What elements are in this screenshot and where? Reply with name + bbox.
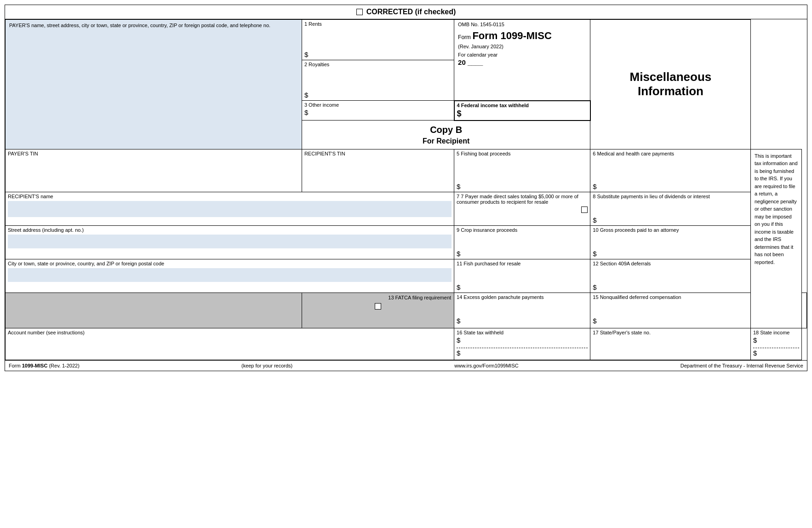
box4-cell: 4 Federal income tax withheld $ (454, 101, 590, 121)
important-text: This is important tax information and is… (755, 152, 798, 266)
box12-label: 12 Section 409A deferrals (593, 261, 748, 266)
recipient-name-cell: RECIPIENT'S name (6, 192, 454, 225)
recipient-name-label: RECIPIENT'S name (8, 194, 452, 199)
box1-cell: 1 Rents $ (302, 20, 454, 60)
payer-tin-label: PAYER'S TIN (8, 151, 299, 156)
box2-dollar: $ (304, 90, 452, 99)
box13-checkbox[interactable] (375, 303, 381, 310)
box5-label: 5 Fishing boat proceeds (457, 151, 588, 156)
important-text-cell: This is important tax information and is… (750, 149, 801, 328)
box10-cell: 10 Gross proceeds paid to an attorney $ (590, 225, 751, 259)
rev-date: (Rev. January 2022) (458, 44, 586, 49)
for-recipient: For Recipient (306, 137, 586, 145)
footer-left: Form 1099-MISC (Rev. 1-2022) (9, 363, 80, 368)
box6-label: 6 Medical and health care payments (593, 151, 748, 156)
payer-tin-cell: PAYER'S TIN (6, 149, 302, 192)
box15-label: 15 Nonqualified deferred compensation (593, 294, 748, 300)
box3-dollar: $ (304, 108, 452, 116)
copy-cell: Copy B For Recipient (302, 121, 590, 149)
recipient-tin-cell: RECIPIENT'S TIN (302, 149, 454, 192)
form-number: Form 1099-MISC (472, 30, 551, 41)
box9-cell: 9 Crop insurance proceeds $ (454, 225, 590, 259)
box13-cell: 13 FATCA filing requirement (302, 293, 454, 328)
box3-cell: 3 Other income $ (302, 101, 454, 121)
box7-checkbox[interactable] (581, 207, 588, 213)
box1-dollar: $ (304, 50, 452, 58)
copy-label: Copy B (306, 125, 586, 135)
box12-cell: 12 Section 409A deferrals $ (590, 259, 751, 293)
misc-title-cell: Miscellaneous Information (590, 20, 751, 149)
box4-dollar: $ (457, 108, 588, 119)
box16-dollar1: $ (457, 335, 588, 344)
recipient-tin-label: RECIPIENT'S TIN (304, 151, 452, 156)
important-text-continue (802, 293, 807, 328)
shaded-left-cell (6, 293, 302, 328)
city-label: City or town, state or province, country… (8, 261, 452, 266)
box18-dollar1: $ (753, 335, 799, 344)
corrected-header: CORRECTED (if checked) (5, 5, 807, 19)
payer-name-cell: PAYER'S name, street address, city or to… (6, 20, 302, 149)
box9-dollar: $ (457, 249, 588, 258)
box6-dollar: $ (593, 182, 748, 190)
omb-cell: OMB No. 1545-0115 Form Form 1099-MISC (R… (454, 20, 590, 101)
box7-cell: 7 7 Payer made direct sales totaling $5,… (454, 192, 590, 225)
footer: Form 1099-MISC (Rev. 1-2022) (keep for y… (5, 360, 807, 371)
box16-label: 16 State tax withheld (457, 330, 588, 335)
payer-name-label: PAYER'S name, street address, city or to… (9, 23, 298, 28)
footer-keep: (keep for your records) (241, 363, 292, 368)
box16-cell: 16 State tax withheld $ $ (454, 328, 590, 360)
account-number-cell: Account number (see instructions) (6, 328, 454, 360)
box2-label: 2 Royalties (304, 62, 452, 67)
box12-dollar: $ (593, 282, 748, 291)
box7-num: 7 (457, 194, 461, 199)
street-address-cell: Street address (including apt. no.) (6, 225, 454, 259)
footer-url: www.irs.gov/Form1099MISC (454, 363, 518, 368)
box17-cell: 17 State/Payer's state no. (590, 328, 751, 360)
box13-label: 13 FATCA filing requirement (305, 295, 451, 300)
box8-dollar: $ (593, 215, 748, 224)
box8-label: 8 Substitute payments in lieu of dividen… (593, 194, 748, 199)
box15-dollar: $ (593, 316, 748, 325)
corrected-checkbox[interactable] (356, 9, 363, 15)
box11-cell: 11 Fish purchased for resale $ (454, 259, 590, 293)
box6-cell: 6 Medical and health care payments $ (590, 149, 751, 192)
box14-cell: 14 Excess golden parachute payments $ (454, 293, 590, 328)
form-table: PAYER'S name, street address, city or to… (5, 19, 807, 360)
box17-label: 17 State/Payer's state no. (593, 330, 748, 335)
box9-label: 9 Crop insurance proceeds (457, 227, 588, 233)
city-cell: City or town, state or province, country… (6, 259, 454, 293)
box8-cell: 8 Substitute payments in lieu of dividen… (590, 192, 751, 225)
misc-title1: Miscellaneous (595, 70, 746, 84)
box5-cell: 5 Fishing boat proceeds $ (454, 149, 590, 192)
box4-label: 4 Federal income tax withheld (457, 103, 588, 108)
misc-title2: Information (595, 84, 746, 98)
footer-dept: Department of the Treasury - Internal Re… (680, 363, 803, 368)
box14-label: 14 Excess golden parachute payments (457, 294, 588, 300)
box14-dollar: $ (457, 316, 588, 325)
calendar-year-label: For calendar year (458, 52, 586, 57)
box3-label: 3 Other income (304, 102, 452, 108)
box11-dollar: $ (457, 282, 588, 291)
box18-cell: 18 State income $ $ (750, 328, 801, 360)
box10-label: 10 Gross proceeds paid to an attorney (593, 227, 748, 233)
box10-dollar: $ (593, 249, 748, 258)
corrected-label: CORRECTED (if checked) (366, 8, 456, 16)
box2-cell: 2 Royalties $ (302, 60, 454, 101)
calendar-year-value: 20 ____ (458, 58, 586, 66)
box18-dollar2: $ (753, 348, 799, 357)
box1-label: 1 Rents (304, 21, 452, 27)
box15-cell: 15 Nonqualified deferred compensation $ (590, 293, 751, 328)
street-address-label: Street address (including apt. no.) (8, 227, 452, 233)
box18-label: 18 State income (753, 330, 799, 335)
box16-dollar2: $ (457, 348, 588, 357)
box5-dollar: $ (457, 182, 588, 190)
box11-label: 11 Fish purchased for resale (457, 261, 588, 266)
box7-label: 7 7 Payer made direct sales totaling $5,… (457, 194, 588, 205)
account-number-label: Account number (see instructions) (8, 330, 452, 335)
omb-no: OMB No. 1545-0115 (458, 22, 586, 27)
